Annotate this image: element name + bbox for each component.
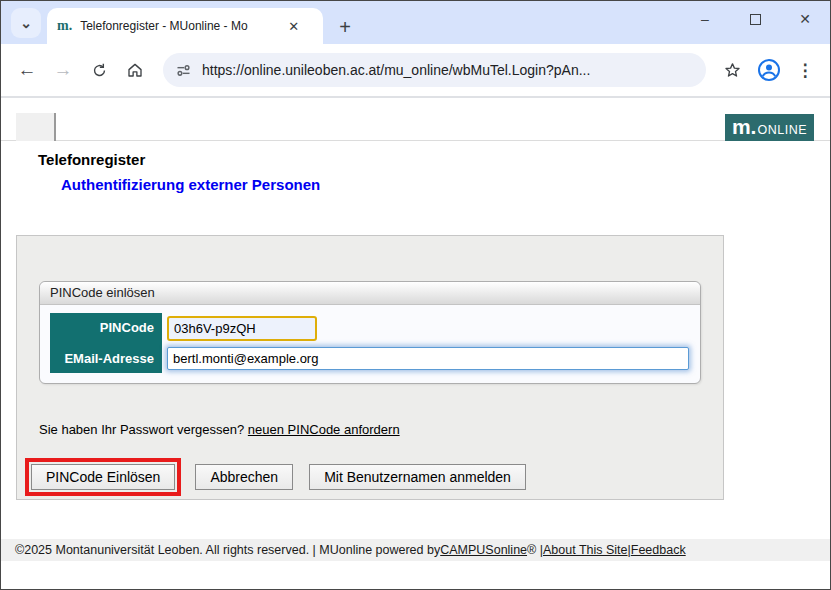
muonline-logo[interactable]: m. ONLINE: [725, 114, 814, 141]
bookmark-button[interactable]: [716, 54, 748, 86]
header-placeholder-box: [16, 113, 56, 141]
site-header: m. ONLINE: [1, 98, 830, 141]
email-input[interactable]: [167, 347, 689, 370]
login-with-username-button[interactable]: Mit Benutzernamen anmelden: [309, 464, 526, 490]
group-box-body: PINCode EMail-Adresse: [40, 305, 700, 383]
reload-button[interactable]: [83, 54, 115, 86]
footer-registered-mark: ® |: [527, 543, 543, 557]
reload-icon: [91, 62, 108, 79]
browser-toolbar: ← → https://online.unileoben.ac.at/mu_on…: [1, 44, 830, 98]
forward-button[interactable]: →: [47, 54, 79, 86]
page-content: m. ONLINE Telefonregister Authentifizier…: [1, 98, 830, 589]
forgot-password-line: Sie haben Ihr Passwort vergessen? neuen …: [39, 422, 400, 437]
group-box-legend: PINCode einlösen: [40, 282, 700, 305]
about-this-site-link[interactable]: About This Site: [543, 543, 628, 557]
site-settings-tune-icon[interactable]: [175, 62, 192, 79]
maximize-button[interactable]: [730, 1, 780, 37]
window-controls: – ✕: [680, 1, 830, 37]
pincode-label: PINCode: [50, 313, 162, 344]
cancel-button[interactable]: Abbrechen: [195, 464, 293, 490]
minimize-button[interactable]: –: [680, 1, 730, 37]
page-title: Telefonregister: [38, 151, 145, 168]
home-button[interactable]: [119, 54, 151, 86]
campusonline-link[interactable]: CAMPUSonline: [440, 543, 527, 557]
url-text[interactable]: https://online.unileoben.ac.at/mu_online…: [202, 62, 590, 78]
home-icon: [126, 61, 144, 79]
pincode-input[interactable]: [167, 316, 317, 341]
maximize-icon: [750, 14, 761, 25]
pincode-cell: [162, 313, 690, 344]
forgot-password-text: Sie haben Ihr Passwort vergessen?: [39, 422, 248, 437]
tab-close-icon[interactable]: ✕: [284, 17, 303, 36]
close-button[interactable]: ✕: [780, 1, 830, 37]
page-subtitle: Authentifizierung externer Personen: [61, 176, 320, 193]
form-panel: PINCode einlösen PINCode EMail-Adresse: [16, 235, 724, 500]
profile-avatar-icon: [757, 58, 781, 82]
field-grid: PINCode EMail-Adresse: [50, 313, 690, 373]
menu-kebab-icon[interactable]: ⋮: [790, 55, 820, 85]
tab-search-chevron-icon[interactable]: ⌄: [11, 8, 41, 38]
logo-mark: m.: [732, 115, 757, 139]
back-button[interactable]: ←: [11, 54, 43, 86]
footer-copyright: ©2025 Montanuniversität Leoben. All righ…: [15, 543, 440, 557]
tab-title: Telefonregister - MUonline - Mo: [80, 19, 276, 33]
logo-text: ONLINE: [757, 123, 807, 137]
pincode-group-box: PINCode einlösen PINCode EMail-Adresse: [39, 281, 701, 384]
redeem-pincode-button[interactable]: PINCode Einlösen: [31, 464, 175, 490]
email-label: EMail-Adresse: [50, 344, 162, 373]
star-icon: [723, 61, 742, 80]
browser-window: ⌄ m. Telefonregister - MUonline - Mo ✕ +…: [0, 0, 831, 590]
form-button-row: PINCode Einlösen Abbrechen Mit Benutzern…: [31, 464, 526, 490]
browser-titlebar: ⌄ m. Telefonregister - MUonline - Mo ✕ +…: [1, 1, 830, 44]
email-cell: [162, 344, 690, 373]
site-favicon-icon: m.: [57, 18, 72, 34]
feedback-link[interactable]: Feedback: [631, 543, 686, 557]
request-new-pincode-link[interactable]: neuen PINCode anfordern: [248, 422, 400, 437]
new-tab-button[interactable]: +: [331, 13, 359, 41]
address-bar[interactable]: https://online.unileoben.ac.at/mu_online…: [163, 53, 706, 87]
active-tab[interactable]: m. Telefonregister - MUonline - Mo ✕: [47, 8, 323, 44]
profile-button[interactable]: [752, 53, 786, 87]
page-footer: ©2025 Montanuniversität Leoben. All righ…: [1, 539, 830, 561]
